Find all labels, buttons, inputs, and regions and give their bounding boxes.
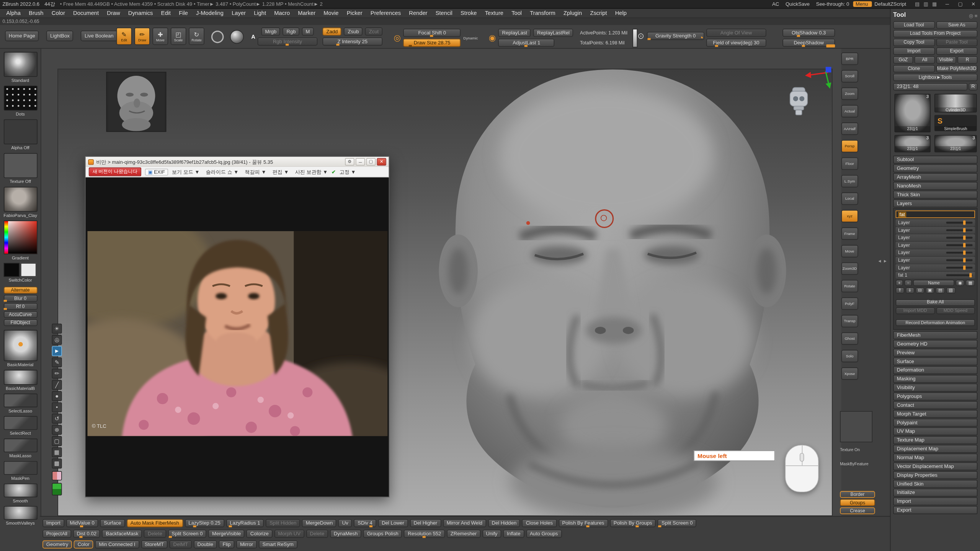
bottom-tray-button[interactable]: Auto Groups <box>526 530 562 538</box>
bottom-tray-button[interactable]: SDiv 4 <box>354 519 376 527</box>
texture-on-label[interactable]: Texture On <box>840 447 876 452</box>
right-shelf-button[interactable]: Transp <box>841 315 858 328</box>
active-tool-name[interactable]: 23강1. 48 <box>893 83 967 91</box>
tool-palette-button[interactable]: Load Tools From Project <box>893 30 977 37</box>
titlebar-button[interactable]: AC <box>770 1 783 7</box>
viewer-menu-button[interactable]: 사진 보관함 ▼ <box>295 168 328 175</box>
palette-section[interactable]: Normal Map <box>893 453 977 461</box>
gravity-strength-slider[interactable]: Gravity Strength 0 <box>647 32 704 40</box>
bottom-tray-button[interactable]: BackfaceMask <box>102 530 142 538</box>
bottom-tray-button[interactable]: Min Connected I <box>95 540 139 548</box>
palette-section[interactable]: Displacement Map <box>893 445 977 453</box>
palette-selector[interactable]: BasicMaterialB <box>3 370 37 391</box>
palette-button[interactable]: Rf 0 <box>3 303 37 310</box>
menu-item[interactable]: Render <box>409 10 427 16</box>
menu-item[interactable]: Texture <box>485 10 503 16</box>
palette-section[interactable]: Polygroups <box>893 392 977 400</box>
layer-control-button[interactable]: ⇓ <box>906 287 915 293</box>
new-version-button[interactable]: 새 버전이 나왔습니다 <box>89 168 141 176</box>
sculpt-mode-button[interactable]: Zcut <box>365 28 382 36</box>
viewer-titlebar[interactable]: 비만 > main-qimg-93c3c8ffe6d5fa389f679ef1b… <box>86 157 389 167</box>
sculpt-head-model[interactable] <box>400 52 825 516</box>
layer-row[interactable]: Layer <box>896 227 975 234</box>
menu-item[interactable]: Marker <box>298 10 315 16</box>
tool-palette-button[interactable]: Lightbox►Tools <box>893 74 977 82</box>
palette-section[interactable]: Display Properties <box>893 471 977 479</box>
viewer-menu-button[interactable]: 보기 모드 ▼ <box>172 168 199 175</box>
palette-section[interactable]: Masking <box>893 375 977 383</box>
canvas-tool-button[interactable]: ◎ <box>52 335 62 345</box>
mode-button[interactable]: ↻ Rotate <box>189 28 204 45</box>
layer-row[interactable]: Layer <box>896 257 975 264</box>
right-shelf-button[interactable]: BPR <box>841 52 858 65</box>
layer-row[interactable]: Layer <box>896 264 975 271</box>
import-mdd-button[interactable]: Import MDD <box>896 307 935 314</box>
rgb-intensity-slider[interactable]: Rgb Intensity <box>258 37 318 46</box>
palette-section[interactable]: Unified Skin <box>893 480 977 488</box>
palette-selector[interactable]: Alpha Off <box>3 119 37 151</box>
canvas-tool-button[interactable]: ✏ <box>52 368 62 378</box>
bottom-tray-button[interactable]: Delete <box>144 530 166 538</box>
secondary-color-swatch[interactable] <box>20 263 36 277</box>
sculpt-mode-button[interactable]: Zsub <box>344 28 363 36</box>
right-shelf-button[interactable]: Persp <box>841 140 858 153</box>
bottom-tray-button[interactable]: DelMT <box>170 540 192 548</box>
tool-thumbnail[interactable]: S SimpleBrush <box>934 115 977 131</box>
right-shelf-button[interactable]: Frame <box>841 227 858 240</box>
viewer-window-button[interactable]: ─ <box>356 158 365 166</box>
menu-item[interactable]: Preferences <box>371 10 401 16</box>
menu-item[interactable]: Zscript <box>590 10 607 16</box>
tool-palette-button[interactable]: Visible <box>936 56 956 64</box>
tool-palette-button[interactable]: All <box>915 56 935 64</box>
titlebar-button[interactable]: QuickSave <box>783 1 813 7</box>
layer-row[interactable]: Layer <box>896 249 975 256</box>
right-shelf-button[interactable]: Solo <box>841 350 858 362</box>
texture-preview-box[interactable] <box>840 411 872 442</box>
main-color-swatch[interactable] <box>3 263 19 277</box>
bottom-tray-button[interactable]: Colorize <box>247 530 272 538</box>
bottom-tray-button[interactable]: Delete <box>306 530 328 538</box>
layer-row[interactable]: fat 1 <box>896 272 975 279</box>
menu-item[interactable]: Stroke <box>461 10 477 16</box>
record-deformation-button[interactable]: Record Deformation Animation <box>896 319 975 326</box>
bottom-tray-button[interactable]: LazyRadius 1 <box>226 519 264 527</box>
palette-section[interactable]: Export <box>893 506 977 514</box>
menu-item[interactable]: Alpha <box>6 10 21 16</box>
palette-section[interactable]: NanoMesh <box>893 182 977 190</box>
dynamic-label[interactable]: Dynamic <box>463 36 478 40</box>
viewer-window-button[interactable]: ▢ <box>366 158 376 166</box>
layer-name-field[interactable]: fat <box>896 210 975 218</box>
tool-palette-button[interactable]: Import <box>893 47 935 55</box>
palette-selector[interactable]: MaskPen <box>3 461 37 481</box>
right-shelf-button[interactable]: Local <box>841 192 858 205</box>
bottom-tray-button[interactable]: ProjectAll <box>42 530 71 538</box>
canvas-tool-button[interactable]: ▩ <box>52 458 62 468</box>
canvas-tool-button[interactable]: • <box>52 402 62 412</box>
palette-section[interactable]: Surface <box>893 357 977 365</box>
palette-section[interactable]: Contact <box>893 401 977 409</box>
menu-item[interactable]: Picker <box>347 10 363 16</box>
bottom-tray-button[interactable]: Uv <box>338 519 352 527</box>
palette-section[interactable]: Subtool <box>893 156 977 164</box>
bottom-tray-button[interactable]: Polish By Groups <box>610 519 656 527</box>
palette-selector[interactable]: SelectRect <box>3 416 37 436</box>
bottom-tray-button[interactable]: Polish By Features <box>559 519 608 527</box>
menu-item[interactable]: Macro <box>274 10 290 16</box>
focal-shift-slider[interactable]: Focal Shift 0 <box>403 29 461 37</box>
bottom-tray-button[interactable]: Unify <box>482 530 501 538</box>
right-shelf-button[interactable]: Actual <box>841 105 858 117</box>
palette-selector[interactable]: SmoothValleys <box>3 506 37 526</box>
bottom-tray-button[interactable]: Split Hidden <box>266 519 300 527</box>
layer-control-button[interactable]: ▦ <box>966 280 975 286</box>
bottom-tray-button[interactable]: Close Holes <box>522 519 557 527</box>
z-intensity-slider[interactable]: Z Intensity 25 <box>322 37 382 46</box>
tray-handle[interactable] <box>826 44 835 47</box>
paint-mode-button[interactable]: Mrgb <box>261 28 280 36</box>
bottom-tray-button[interactable]: Del Higher <box>410 519 441 527</box>
viewer-menu-button[interactable]: 슬라이드 쇼 ▼ <box>206 168 239 175</box>
mode-button[interactable]: ✚ Move <box>152 28 168 45</box>
bottom-tray-button[interactable]: Del Lower <box>378 519 408 527</box>
mode-button[interactable]: ◰ Scale <box>171 28 186 45</box>
bottom-tray-button[interactable]: Inflate <box>503 530 524 538</box>
canvas-tool-button[interactable]: ☀ <box>52 324 62 334</box>
